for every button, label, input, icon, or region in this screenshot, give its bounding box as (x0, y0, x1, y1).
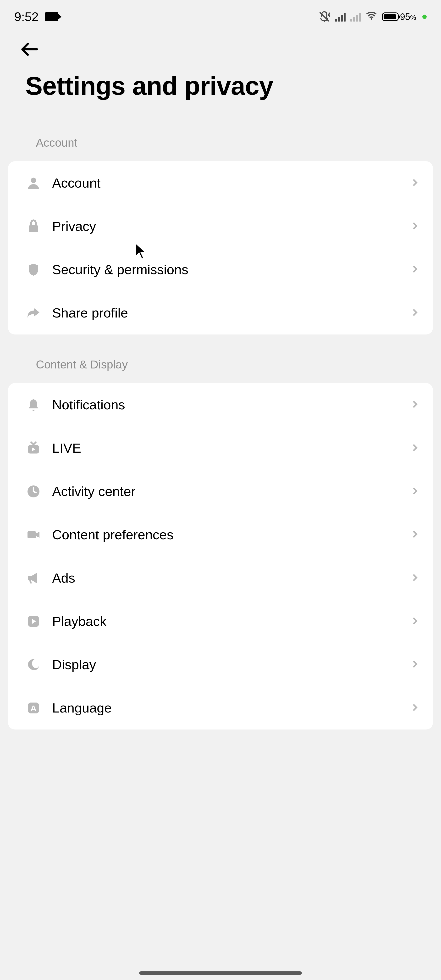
status-bar: 9:52 95% (0, 0, 441, 33)
row-label: LIVE (52, 440, 399, 456)
chevron-right-icon (410, 616, 419, 626)
section-header-account: Account (0, 115, 441, 159)
row-label: Language (52, 700, 399, 716)
chevron-right-icon (410, 487, 419, 496)
section-header-content-display: Content & Display (0, 337, 441, 381)
chevron-right-icon (410, 221, 419, 231)
chevron-right-icon (410, 660, 419, 670)
svg-point-1 (31, 178, 36, 183)
chevron-right-icon (410, 573, 419, 583)
signal-strength-1-icon (335, 12, 346, 22)
row-content-preferences[interactable]: Content preferences (8, 513, 433, 556)
camera-active-indicator-icon (422, 14, 427, 19)
row-share-profile[interactable]: Share profile (8, 291, 433, 334)
row-privacy[interactable]: Privacy (8, 205, 433, 248)
row-label: Privacy (52, 218, 399, 234)
row-label: Playback (52, 614, 399, 629)
back-button[interactable] (0, 33, 441, 71)
mouse-cursor-icon (135, 242, 148, 261)
tv-live-icon (26, 441, 41, 455)
battery-percent: 95% (400, 12, 416, 22)
row-notifications[interactable]: Notifications (8, 383, 433, 426)
chevron-right-icon (410, 530, 419, 540)
svg-rect-5 (27, 531, 36, 538)
status-left: 9:52 (14, 10, 58, 24)
bell-icon (26, 398, 41, 412)
play-square-icon (26, 614, 41, 628)
lock-icon (26, 219, 41, 234)
row-activity-center[interactable]: Activity center (8, 470, 433, 513)
row-account[interactable]: Account (8, 161, 433, 205)
svg-rect-2 (29, 225, 38, 232)
row-label: Content preferences (52, 527, 399, 542)
row-playback[interactable]: Playback (8, 600, 433, 643)
home-indicator[interactable] (139, 971, 302, 975)
row-label: Ads (52, 570, 399, 586)
chevron-right-icon (410, 400, 419, 410)
language-a-icon: A (26, 701, 41, 715)
chevron-right-icon (410, 265, 419, 275)
row-language[interactable]: A Language (8, 686, 433, 730)
row-label: Account (52, 175, 399, 191)
person-icon (26, 176, 41, 190)
chevron-right-icon (410, 703, 419, 713)
card-account: Account Privacy Security & permissions S… (8, 161, 433, 334)
video-camera-icon (26, 528, 41, 542)
megaphone-icon (26, 571, 41, 585)
battery-indicator: 95% (382, 12, 416, 22)
row-label: Share profile (52, 305, 399, 321)
clock-icon (26, 484, 41, 499)
row-live[interactable]: LIVE (8, 426, 433, 470)
camera-recording-icon (45, 12, 58, 21)
shield-icon (26, 262, 41, 277)
row-label: Display (52, 657, 399, 672)
svg-text:A: A (30, 703, 36, 713)
status-time: 9:52 (14, 10, 38, 24)
chevron-right-icon (410, 178, 419, 188)
chevron-right-icon (410, 308, 419, 318)
svg-point-0 (371, 18, 372, 20)
row-label: Activity center (52, 484, 399, 499)
signal-strength-2-icon (351, 12, 361, 22)
row-security[interactable]: Security & permissions (8, 248, 433, 291)
wifi-icon (366, 10, 377, 24)
chevron-right-icon (410, 443, 419, 453)
share-arrow-icon (26, 306, 41, 320)
page-title: Settings and privacy (0, 71, 441, 115)
row-label: Security & permissions (52, 262, 399, 277)
status-right: 95% (318, 10, 427, 24)
card-content-display: Notifications LIVE Activity center Conte… (8, 383, 433, 730)
row-ads[interactable]: Ads (8, 556, 433, 600)
moon-icon (26, 657, 41, 672)
row-label: Notifications (52, 397, 399, 412)
mute-icon (318, 11, 330, 23)
row-display[interactable]: Display (8, 643, 433, 686)
